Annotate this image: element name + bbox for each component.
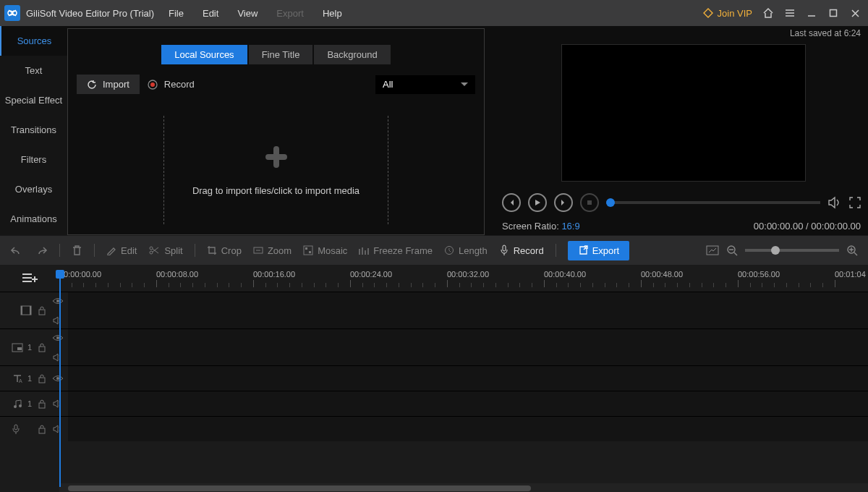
svg-rect-11 — [309, 251, 311, 253]
export-icon — [578, 245, 588, 255]
join-vip-button[interactable]: Join VIP — [703, 8, 752, 19]
filter-value: All — [383, 79, 393, 90]
edit-button[interactable]: Edit — [106, 245, 137, 256]
track-index: 1 — [27, 343, 32, 352]
svg-rect-5 — [587, 200, 592, 205]
freeze-frame-button[interactable]: Freeze Frame — [359, 245, 433, 256]
track-video — [0, 292, 868, 328]
eye-icon[interactable] — [52, 332, 64, 344]
window-buttons — [762, 7, 861, 19]
svg-rect-9 — [304, 246, 312, 255]
track-body[interactable] — [68, 329, 868, 365]
eye-icon[interactable] — [52, 295, 64, 307]
menu-edit[interactable]: Edit — [203, 8, 218, 19]
app-logo — [4, 5, 20, 21]
import-dropzone[interactable]: Drag to import files/click to import med… — [163, 116, 388, 224]
track-body[interactable] — [68, 417, 868, 441]
import-button[interactable]: Import — [77, 75, 140, 94]
hamburger-icon[interactable] — [784, 7, 796, 19]
srctab-background[interactable]: Background — [314, 45, 390, 64]
srctab-local[interactable]: Local Sources — [161, 45, 247, 64]
zoom-button[interactable]: Zoom — [253, 245, 292, 256]
svg-point-29 — [14, 405, 17, 408]
record-toolbar-button[interactable]: Record — [499, 245, 544, 256]
split-button[interactable]: Split — [148, 245, 182, 256]
record-icon — [147, 79, 158, 90]
sidetab-transitions[interactable]: Transitions — [0, 115, 67, 145]
export-button[interactable]: Export — [568, 241, 630, 260]
pip-icon — [12, 342, 23, 353]
playback-controls — [502, 193, 861, 212]
minimize-icon[interactable] — [806, 7, 817, 19]
track-index: 1 — [27, 399, 32, 408]
playhead[interactable] — [59, 270, 61, 487]
titlebar: GiliSoft Video Editor Pro (Trial) File E… — [0, 0, 868, 26]
mute-icon[interactable] — [52, 423, 64, 435]
mosaic-icon — [303, 245, 313, 255]
sidetab-text[interactable]: Text — [0, 56, 67, 85]
menu-file[interactable]: File — [169, 8, 184, 19]
svg-rect-2 — [830, 10, 837, 17]
redo-button[interactable] — [35, 245, 48, 255]
track-body[interactable] — [68, 391, 868, 416]
scissors-icon — [148, 245, 160, 255]
sidetab-filters[interactable]: Filters — [0, 145, 67, 174]
import-label: Import — [103, 79, 129, 90]
mute-icon[interactable] — [52, 352, 64, 363]
lock-icon[interactable] — [36, 373, 48, 384]
lock-icon[interactable] — [36, 423, 48, 435]
mute-icon[interactable] — [52, 315, 64, 326]
last-saved: Last saved at 6:24 — [499, 26, 868, 41]
svg-rect-17 — [21, 306, 31, 315]
sidetab-special-effect[interactable]: Special Effect — [0, 85, 67, 115]
zoom-out-button[interactable] — [726, 245, 738, 256]
zoom-in-button[interactable] — [846, 245, 858, 256]
step-forward-button[interactable] — [554, 193, 573, 212]
eye-icon[interactable] — [52, 373, 64, 384]
track-body[interactable] — [68, 292, 868, 328]
mic-icon — [499, 245, 509, 256]
zoom-icon — [253, 245, 263, 255]
crop-button[interactable]: Crop — [207, 245, 242, 256]
step-back-button[interactable] — [502, 193, 521, 212]
fit-button[interactable] — [706, 245, 719, 255]
zoom-slider[interactable] — [745, 249, 839, 252]
drop-hint: Drag to import files/click to import med… — [192, 185, 359, 196]
lock-icon[interactable] — [36, 398, 48, 410]
add-track-button[interactable] — [22, 270, 43, 286]
timeline-ruler[interactable]: 00:00:00.0000:00:08.0000:00:16.0000:00:2… — [59, 270, 868, 292]
mute-icon[interactable] — [52, 398, 64, 410]
play-button[interactable] — [528, 193, 547, 212]
close-icon[interactable] — [849, 7, 861, 19]
svg-point-30 — [19, 404, 22, 407]
menu-help[interactable]: Help — [323, 8, 342, 19]
record-button[interactable]: Record — [147, 79, 195, 90]
sidetab-sources[interactable]: Sources — [0, 26, 67, 56]
timeline-scrollbar[interactable] — [59, 483, 868, 492]
timeline: 00:00:00.0000:00:08.0000:00:16.0000:00:2… — [0, 266, 868, 492]
track-audio: 1 — [0, 391, 868, 416]
filter-select[interactable]: All — [375, 75, 475, 94]
menu-view[interactable]: View — [237, 8, 258, 19]
lock-icon[interactable] — [36, 305, 48, 316]
undo-button[interactable] — [10, 245, 23, 255]
mosaic-button[interactable]: Mosaic — [303, 245, 347, 256]
stop-button[interactable] — [580, 193, 599, 212]
time-tick: 00:01:04 — [835, 270, 866, 287]
volume-icon[interactable] — [827, 196, 842, 209]
length-button[interactable]: Length — [444, 245, 488, 256]
fullscreen-icon[interactable] — [849, 197, 861, 208]
srctab-fine-title[interactable]: Fine Title — [249, 45, 313, 64]
sidetab-overlays[interactable]: Overlays — [0, 174, 67, 204]
maximize-icon[interactable] — [827, 7, 839, 19]
track-voiceover — [0, 416, 868, 441]
sidetab-animations[interactable]: Animations — [0, 204, 67, 234]
time-display: 00:00:00.00 / 00:00:00.00 — [754, 221, 861, 232]
delete-button[interactable] — [72, 245, 82, 256]
seek-bar[interactable] — [606, 201, 820, 204]
home-icon[interactable] — [762, 7, 774, 19]
track-body[interactable] — [68, 366, 868, 391]
lock-icon[interactable] — [36, 342, 48, 353]
preview-video[interactable] — [561, 44, 806, 182]
svg-rect-32 — [14, 425, 17, 430]
